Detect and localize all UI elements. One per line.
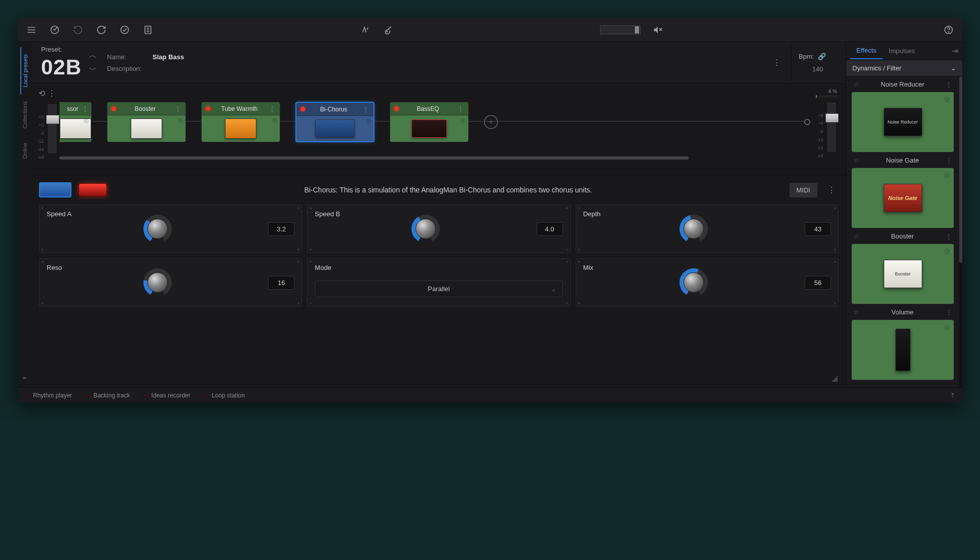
detail-pedal-thumb[interactable] — [39, 182, 71, 197]
rail-tab-local-presets[interactable]: Local presets — [20, 47, 29, 94]
bpm-link-icon[interactable]: 🔗 — [818, 53, 826, 60]
fx-item-noise-reducer: ☆Noise Reducer⋮◎Noise Reducer — [851, 76, 954, 152]
favorite-star-icon[interactable]: ☆ — [853, 308, 859, 316]
panel-collapse-icon[interactable]: ⇥ — [952, 46, 958, 56]
tuner-icon[interactable] — [359, 24, 371, 36]
fx-item-booster: ☆Booster⋮◎Booster — [851, 228, 954, 304]
param-value[interactable]: 56 — [805, 276, 831, 290]
footer-rhythm-player[interactable]: Rhythm player — [25, 392, 72, 399]
signal-chain: ⟲ ⋮ +6+0-6-12-24-inf ssor⋮◎Booster⋮◎Tube… — [32, 84, 846, 175]
footer-loop-station[interactable]: Loop station — [204, 392, 245, 399]
pedal-menu-icon[interactable]: ⋮ — [82, 105, 89, 113]
fx-menu-icon[interactable]: ⋮ — [946, 81, 952, 88]
stereo-icon: ◎ — [944, 95, 950, 103]
preset-down-arrow[interactable]: ﹀ — [89, 65, 97, 75]
tab-effects[interactable]: Effects — [850, 43, 883, 59]
effect-bypass-led[interactable] — [79, 183, 107, 196]
pedal-thumb — [225, 118, 256, 139]
preset-number[interactable]: 02B — [41, 55, 82, 79]
pedal-menu-icon[interactable]: ⋮ — [457, 105, 464, 113]
fx-name: Noise Reducer — [863, 81, 941, 88]
fx-preview[interactable]: ◎Booster — [851, 244, 954, 304]
input-db-scale: +6+0-6-12-24-inf — [37, 114, 46, 160]
pedal-name: BassEQ — [402, 105, 454, 112]
pedal-menu-icon[interactable]: ⋮ — [362, 105, 369, 113]
param-knob[interactable] — [143, 215, 172, 243]
rail-tab-collections[interactable]: Collections — [21, 94, 29, 136]
pedal-led-icon — [111, 106, 116, 111]
pedal-name: Bi-Chorus — [308, 106, 359, 113]
fx-preview[interactable]: ◎ — [851, 319, 954, 380]
param-knob[interactable] — [143, 268, 172, 297]
help-icon[interactable] — [943, 24, 955, 36]
param-knob[interactable] — [411, 215, 440, 243]
category-dropdown[interactable]: Dynamics / Filter ⌄ — [846, 60, 962, 76]
pedal-menu-icon[interactable]: ⋮ — [269, 105, 276, 113]
pedal-led-icon — [394, 106, 399, 111]
fx-thumb: Noise Reducer — [884, 108, 922, 136]
master-volume-slider[interactable] — [600, 25, 640, 34]
preset-up-arrow[interactable]: ︿ — [89, 50, 97, 61]
param-value[interactable]: 43 — [805, 222, 831, 236]
led-off-icon — [204, 393, 208, 397]
pedal-basseq[interactable]: BassEQ⋮◎ — [390, 102, 469, 142]
detail-menu-icon[interactable]: ⋮ — [824, 185, 839, 195]
check-icon[interactable] — [119, 24, 131, 36]
resize-handle-icon[interactable]: ◢ — [832, 373, 839, 380]
fx-menu-icon[interactable]: ⋮ — [946, 232, 952, 240]
midi-button[interactable]: MIDI — [789, 183, 817, 197]
input-fader[interactable] — [47, 103, 57, 154]
pedal-ssor[interactable]: ssor⋮◎ — [59, 102, 92, 142]
pedal-thumb — [315, 119, 355, 138]
fx-preview[interactable]: ◎Noise Gate — [851, 168, 954, 228]
led-off-icon — [25, 393, 29, 397]
pedal-menu-icon[interactable]: ⋮ — [174, 105, 181, 113]
mode-dropdown[interactable]: Parallel⌄ — [315, 281, 562, 297]
add-pedal-button[interactable]: + — [484, 115, 498, 129]
bpm-value[interactable]: 140 — [799, 65, 837, 73]
fx-item-volume: ☆Volume⋮◎ — [851, 304, 954, 380]
chain-input-icon[interactable]: ⟲ ⋮ — [39, 89, 55, 98]
pedal-tube-warmth[interactable]: Tube Warmth⋮◎ — [201, 102, 280, 142]
chain-scrollbar[interactable] — [59, 156, 689, 159]
undo-icon[interactable] — [72, 24, 84, 36]
pedal-bi-chorus[interactable]: Bi-Chorus⋮◎ — [295, 102, 374, 142]
guitar-icon[interactable] — [383, 24, 395, 36]
footer-backing-track[interactable]: Backing track — [85, 392, 130, 399]
tab-impulses[interactable]: Impulses — [883, 43, 921, 59]
param-label: Mode — [315, 264, 331, 271]
fx-menu-icon[interactable]: ⋮ — [946, 308, 952, 316]
footer-ideas-recorder[interactable]: Ideas recorder — [143, 392, 190, 399]
left-rail: Local presets Collections Online ⇤ — [18, 42, 32, 387]
output-fader[interactable] — [826, 102, 837, 152]
pedal-booster[interactable]: Booster⋮◎ — [107, 102, 186, 142]
rail-tab-online[interactable]: Online — [21, 136, 29, 166]
stereo-icon: ◎ — [944, 171, 950, 179]
fx-preview[interactable]: ◎Noise Reducer — [851, 92, 954, 152]
hamburger-icon[interactable] — [25, 24, 37, 36]
param-value[interactable]: 4.0 — [537, 222, 563, 236]
favorite-star-icon[interactable]: ☆ — [853, 81, 859, 88]
preset-menu-icon[interactable]: ⋮ — [773, 58, 781, 67]
power-icon[interactable] — [49, 24, 61, 36]
mute-icon[interactable] — [652, 24, 664, 36]
param-knob[interactable] — [680, 268, 708, 297]
fx-scrollbar[interactable] — [959, 76, 962, 387]
stereo-icon: ◎ — [944, 247, 950, 255]
notes-icon[interactable] — [142, 24, 154, 36]
param-value[interactable]: 16 — [268, 276, 294, 290]
favorite-star-icon[interactable]: ☆ — [853, 232, 859, 240]
param-depth: Depth43 — [576, 205, 839, 253]
param-value[interactable]: 3.2 — [268, 222, 294, 236]
rail-collapse-icon[interactable]: ⇤ — [23, 375, 27, 381]
favorite-star-icon[interactable]: ☆ — [853, 156, 859, 164]
redo-icon[interactable] — [95, 24, 107, 36]
category-label: Dynamics / Filter — [852, 64, 901, 72]
upload-icon[interactable]: ⤒ — [950, 392, 955, 399]
fx-menu-icon[interactable]: ⋮ — [946, 156, 952, 164]
preset-name[interactable]: Slap Bass — [153, 53, 184, 61]
stereo-icon: ◎ — [84, 117, 89, 124]
led-off-icon — [85, 393, 89, 397]
param-label: Speed A — [47, 210, 71, 218]
param-knob[interactable] — [680, 215, 708, 243]
